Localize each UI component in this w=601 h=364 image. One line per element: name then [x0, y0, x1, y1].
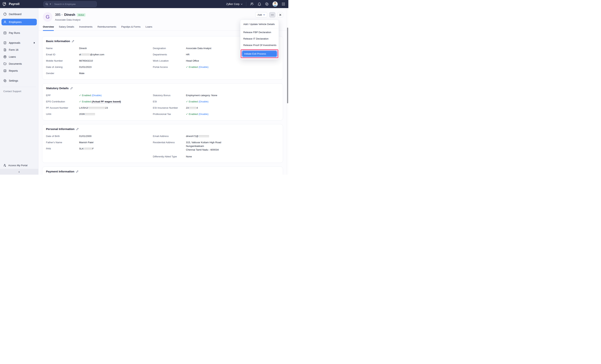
field-label: Date of Birth [46, 135, 79, 138]
user-avatar[interactable] [272, 1, 278, 7]
field-label: EPS Contribution [46, 100, 79, 103]
redacted-text [84, 148, 92, 150]
access-my-portal-link[interactable]: Access My Portal [0, 162, 38, 169]
sidebar-item-label: Reports [9, 69, 18, 72]
disable-epf-link[interactable]: (Disable) [91, 94, 101, 97]
more-actions-button[interactable] [269, 12, 275, 18]
contact-support-link[interactable]: Contact Support [0, 89, 38, 94]
search-input[interactable] [54, 3, 95, 6]
employee-designation: Associate Data Analyst [55, 18, 86, 21]
edit-pencil-icon[interactable] [72, 40, 74, 42]
menu-item-release-it[interactable]: Release IT Declaration [240, 36, 279, 42]
disable-esi-link[interactable]: (Disable) [199, 100, 208, 103]
check-icon: ✓ [79, 94, 81, 97]
search-scope-caret-icon[interactable] [50, 3, 51, 5]
section-title: Personal Information [46, 128, 74, 131]
documents-folder-icon [3, 62, 7, 65]
add-button-label: Add [258, 13, 262, 16]
employee-name: Dinesh [64, 13, 75, 17]
field-value: Head Office [186, 59, 199, 62]
svg-text:16: 16 [4, 49, 6, 50]
field-label: Designation [153, 47, 186, 50]
org-name: Zylker Corp [226, 3, 240, 6]
check-icon: ✓ [186, 100, 188, 103]
field-label: Email ID [46, 53, 79, 56]
sidebar-item-settings[interactable]: Settings [1, 78, 37, 83]
menu-item-vehicle-details[interactable]: Add / Update Vehicle Details [240, 21, 279, 27]
payment-information-card: Payment Information Payment Mode [42, 167, 283, 175]
sidebar-item-approvals[interactable]: Approvals [1, 40, 37, 46]
sidebar-item-documents[interactable]: Documents [1, 61, 37, 67]
sidebar-item-label: Documents [9, 62, 22, 65]
scrollbar-thumb[interactable] [287, 28, 288, 103]
close-button[interactable] [277, 12, 283, 18]
field-value: SLKF [79, 147, 94, 150]
sidebar-item-label: Dashboard [9, 13, 21, 16]
sidebar-item-dashboard[interactable]: Dashboard [1, 11, 37, 17]
field-label: Email Address [153, 135, 186, 138]
settings-gear-icon [3, 79, 7, 82]
sidebar-item-label: Loans [9, 55, 16, 58]
redacted-text [81, 53, 90, 56]
tab-investments[interactable]: Investments [79, 25, 92, 30]
field-label: PAN [46, 147, 79, 150]
referrals-users-icon[interactable] [250, 2, 254, 6]
field-label: Work Location [153, 59, 186, 62]
portal-person-icon [3, 164, 6, 167]
tab-salary-details[interactable]: Salary Details [59, 25, 74, 30]
menu-item-initiate-exit-process[interactable]: Initiate Exit Process [242, 51, 277, 57]
menu-item-release-fbp[interactable]: Release FBP Declaration [240, 29, 279, 36]
chevron-down-icon [241, 3, 242, 5]
dashboard-icon [3, 12, 7, 16]
field-label: EPF [46, 94, 79, 97]
global-search [43, 1, 97, 7]
app-grid-icon[interactable] [281, 2, 285, 6]
field-value: LA/SHJ/23 [79, 106, 108, 109]
tab-overview[interactable]: Overview [43, 25, 54, 30]
tab-loans[interactable]: Loans [145, 25, 152, 30]
menu-divider [240, 28, 279, 28]
vertical-scrollbar [287, 8, 288, 175]
topbar-divider [246, 2, 246, 6]
field-value: Dinesh [79, 47, 87, 50]
payroll-logo-icon [2, 2, 7, 6]
reports-chart-icon [3, 69, 7, 72]
edit-pencil-icon[interactable] [76, 128, 79, 130]
tab-payslips-forms[interactable]: Payslips & Forms [121, 25, 140, 30]
menu-item-release-poi[interactable]: Release Proof Of Investments [240, 42, 279, 48]
search-icon[interactable] [45, 3, 48, 6]
org-switcher[interactable]: Zylker Corp [226, 3, 242, 6]
loans-rupee-icon [3, 55, 7, 59]
sidebar-item-label: Employees [9, 20, 21, 24]
check-icon: ✓ [186, 66, 188, 69]
field-value: Male [79, 72, 84, 75]
add-button[interactable]: Add [255, 12, 267, 18]
field-label: Date of Joining [46, 65, 79, 69]
notifications-bell-icon[interactable] [257, 2, 261, 6]
check-icon: ✓ [186, 113, 188, 116]
personal-information-card: Personal Information Date of Birth 01/01… [42, 124, 283, 163]
top-right-cluster: Zylker Corp [226, 1, 288, 7]
settings-gear-icon[interactable] [265, 2, 269, 6]
sidebar-item-label: Settings [9, 79, 18, 82]
sidebar-item-label: Approvals [9, 41, 20, 44]
field-label: UAN [46, 112, 79, 116]
sidebar-item-pay-runs[interactable]: Pay Runs [1, 30, 37, 36]
tab-reimbursements[interactable]: Reimbursements [98, 25, 116, 30]
sidebar-item-loans[interactable]: Loans [1, 54, 37, 59]
edit-pencil-icon[interactable] [76, 170, 79, 173]
sidebar-item-form16[interactable]: 16 Form 16 [1, 47, 37, 53]
sidebar-item-employees[interactable]: Employees [1, 19, 37, 25]
field-label: Residential Address [153, 141, 186, 152]
sidebar: Dashboard Employees Pay Runs [0, 8, 39, 175]
field-value: 01/01/2000 [79, 135, 91, 138]
status-badge: Active [77, 13, 86, 17]
sidebar-collapse-button[interactable]: ‹ [0, 169, 38, 175]
app-brand: Payroll [0, 2, 39, 6]
eps-basis-tooltip[interactable]: (Actual PF wages based) [91, 100, 121, 104]
edit-pencil-icon[interactable] [70, 87, 73, 89]
disable-portal-access-link[interactable]: (Disable) [199, 66, 208, 69]
sidebar-item-reports[interactable]: Reports [1, 68, 37, 74]
field-value: ✓ Enabled (Actual PF wages based) [79, 100, 121, 103]
disable-professional-tax-link[interactable]: (Disable) [199, 113, 208, 116]
